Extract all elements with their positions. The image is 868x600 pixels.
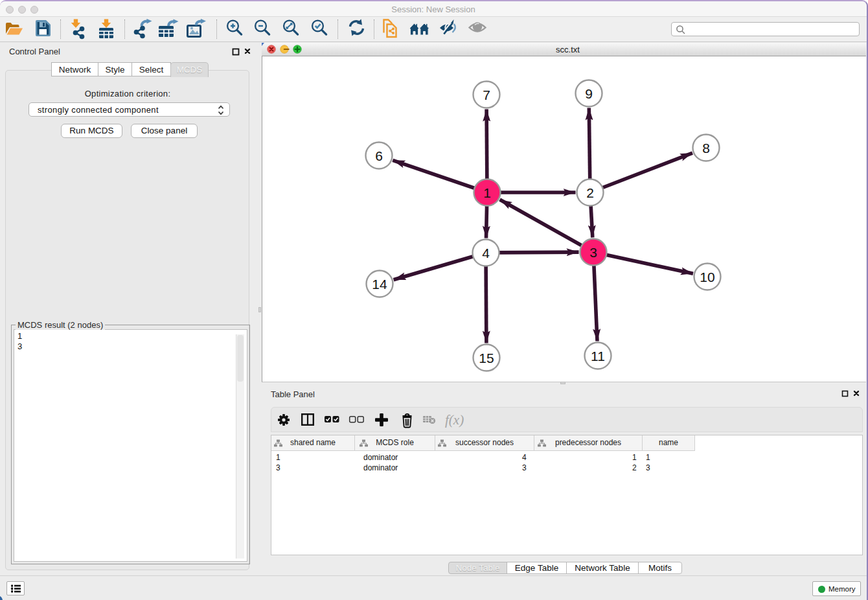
svg-text:11: 11 — [591, 349, 605, 363]
svg-text:10: 10 — [700, 270, 714, 284]
svg-text:3: 3 — [589, 245, 597, 260]
svg-text:7: 7 — [483, 87, 490, 102]
svg-text:f(x): f(x) — [445, 412, 464, 428]
svg-text:14: 14 — [372, 277, 387, 292]
svg-text:4: 4 — [482, 246, 490, 260]
svg-text:1: 1 — [483, 185, 491, 200]
svg-text:2: 2 — [586, 185, 594, 200]
svg-text:9: 9 — [585, 86, 593, 101]
svg-text:15: 15 — [479, 351, 494, 365]
svg-text:8: 8 — [702, 141, 710, 156]
svg-text:6: 6 — [375, 148, 383, 163]
